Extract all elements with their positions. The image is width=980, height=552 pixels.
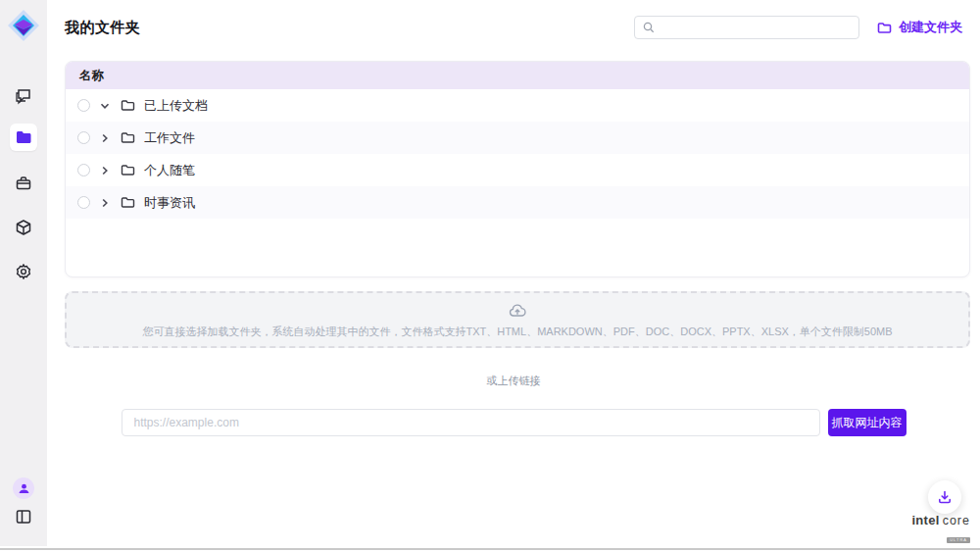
layout-toggle-icon[interactable] [15,508,32,526]
folder-icon [121,163,135,177]
intel-core-logo: intel core ULTRA [911,513,970,545]
table-row[interactable]: 工作文件 [66,122,969,154]
table-row[interactable]: 时事资讯 [66,186,969,219]
folder-name[interactable]: 个人随笔 [144,162,195,179]
chevron-down-icon[interactable] [99,100,111,112]
user-avatar-icon[interactable] [13,477,34,499]
folder-icon [121,130,135,145]
row-checkbox[interactable] [77,99,90,112]
row-checkbox[interactable] [77,164,90,176]
ultra-badge: ULTRA [947,537,970,543]
table-row[interactable]: 个人随笔 [66,154,969,186]
folder-icon [121,195,135,210]
url-upload-row: 抓取网址内容 [47,409,980,436]
folder-name[interactable]: 时事资讯 [144,194,195,212]
or-upload-link-label: 或上传链接 [47,374,980,388]
folder-plus-icon [877,21,892,35]
row-checkbox[interactable] [77,131,90,144]
sidebar-item-folders[interactable] [10,124,37,151]
cube-icon[interactable] [15,219,32,236]
app-logo-icon [7,9,40,42]
download-icon [937,489,953,505]
fetch-url-button[interactable]: 抓取网址内容 [828,409,906,436]
folder-icon [121,98,135,113]
row-checkbox[interactable] [77,196,90,209]
upload-dropzone[interactable]: 您可直接选择加载文件夹，系统自动处理其中的文件，文件格式支持TXT、HTML、M… [65,291,970,348]
table-header: 名称 [66,62,969,89]
table-row[interactable]: 已上传文档 [66,89,969,122]
briefcase-icon[interactable] [15,175,32,192]
upload-hint: 您可直接选择加载文件夹，系统自动处理其中的文件，文件格式支持TXT、HTML、M… [142,325,892,339]
download-fab-button[interactable] [928,480,961,514]
folder-name[interactable]: 已上传文档 [144,97,208,115]
folder-table: 名称 已上传文档 工作文件 [65,61,970,277]
chat-icon[interactable] [15,87,32,105]
folder-icon [15,128,32,146]
url-input[interactable] [122,409,820,436]
folder-name[interactable]: 工作文件 [144,129,195,147]
gear-icon[interactable] [15,263,32,280]
chevron-right-icon[interactable] [99,165,111,176]
chevron-right-icon[interactable] [99,197,111,209]
create-folder-button[interactable]: 创建文件夹 [877,19,962,36]
core-brand-text: core [943,514,970,527]
search-icon [643,22,655,33]
window-bottom-divider [0,548,980,550]
search-input[interactable] [661,21,851,34]
create-folder-label: 创建文件夹 [899,19,962,36]
sidebar [0,0,47,546]
page-header: 我的文件夹 创建文件夹 [47,0,980,45]
main-content: 我的文件夹 创建文件夹 名称 已上传文档 [47,0,980,552]
column-name: 名称 [79,68,104,84]
cloud-upload-icon [508,301,527,321]
search-box[interactable] [634,16,859,39]
page-title: 我的文件夹 [65,19,141,37]
intel-brand-text: intel [911,513,939,527]
chevron-right-icon[interactable] [99,132,111,144]
